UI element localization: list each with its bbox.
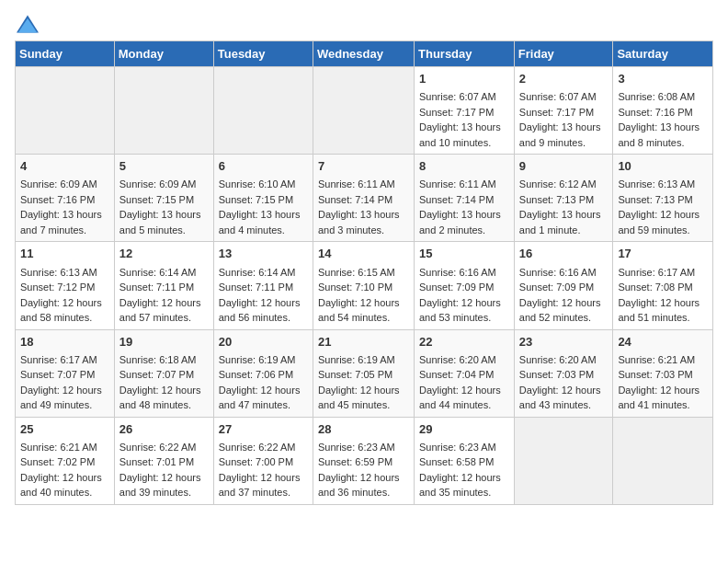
day-number: 28 <box>318 421 409 438</box>
calendar-cell: 20Sunrise: 6:19 AM Sunset: 7:06 PM Dayli… <box>213 329 313 417</box>
calendar-cell: 19Sunrise: 6:18 AM Sunset: 7:07 PM Dayli… <box>114 329 213 417</box>
calendar-cell: 6Sunrise: 6:10 AM Sunset: 7:15 PM Daylig… <box>213 155 313 242</box>
day-number: 11 <box>20 246 109 262</box>
calendar-week-row: 11Sunrise: 6:13 AM Sunset: 7:12 PM Dayli… <box>16 242 713 329</box>
day-number: 10 <box>618 158 708 175</box>
calendar-cell: 2Sunrise: 6:07 AM Sunset: 7:17 PM Daylig… <box>514 67 613 155</box>
day-number: 27 <box>219 421 308 438</box>
calendar-cell: 25Sunrise: 6:21 AM Sunset: 7:02 PM Dayli… <box>16 417 115 504</box>
day-number: 13 <box>219 246 308 262</box>
day-number: 1 <box>419 71 509 87</box>
day-number: 15 <box>419 246 509 262</box>
calendar-cell: 24Sunrise: 6:21 AM Sunset: 7:03 PM Dayli… <box>613 329 713 417</box>
calendar-cell: 18Sunrise: 6:17 AM Sunset: 7:07 PM Dayli… <box>16 329 115 417</box>
weekday-header-row: SundayMondayTuesdayWednesdayThursdayFrid… <box>16 41 713 67</box>
calendar-cell: 17Sunrise: 6:17 AM Sunset: 7:08 PM Dayli… <box>613 242 713 329</box>
day-number: 4 <box>20 158 109 175</box>
day-number: 3 <box>618 71 708 87</box>
day-number: 16 <box>519 246 609 262</box>
day-info: Sunrise: 6:09 AM Sunset: 7:15 PM Dayligh… <box>119 177 209 237</box>
day-number: 29 <box>419 421 509 438</box>
calendar-cell: 11Sunrise: 6:13 AM Sunset: 7:12 PM Dayli… <box>16 242 115 329</box>
day-info: Sunrise: 6:07 AM Sunset: 7:17 PM Dayligh… <box>519 89 609 150</box>
calendar-cell <box>313 67 414 155</box>
day-info: Sunrise: 6:13 AM Sunset: 7:13 PM Dayligh… <box>618 177 708 237</box>
day-info: Sunrise: 6:20 AM Sunset: 7:04 PM Dayligh… <box>419 352 509 413</box>
logo-icon <box>17 15 39 33</box>
day-info: Sunrise: 6:17 AM Sunset: 7:08 PM Dayligh… <box>618 265 708 326</box>
day-number: 24 <box>618 334 708 350</box>
day-number: 12 <box>119 246 209 262</box>
calendar-cell: 28Sunrise: 6:23 AM Sunset: 6:59 PM Dayli… <box>313 417 414 504</box>
calendar-cell: 10Sunrise: 6:13 AM Sunset: 7:13 PM Dayli… <box>613 155 713 242</box>
day-number: 7 <box>318 158 409 175</box>
calendar-cell <box>16 67 115 155</box>
calendar-cell: 23Sunrise: 6:20 AM Sunset: 7:03 PM Dayli… <box>514 329 613 417</box>
day-number: 22 <box>419 334 509 350</box>
calendar-cell <box>213 67 313 155</box>
day-info: Sunrise: 6:17 AM Sunset: 7:07 PM Dayligh… <box>20 352 109 413</box>
header <box>15 15 713 33</box>
svg-marker-1 <box>18 18 38 32</box>
day-info: Sunrise: 6:11 AM Sunset: 7:14 PM Dayligh… <box>419 177 509 237</box>
day-number: 14 <box>318 246 409 262</box>
day-info: Sunrise: 6:07 AM Sunset: 7:17 PM Dayligh… <box>419 89 509 150</box>
day-info: Sunrise: 6:08 AM Sunset: 7:16 PM Dayligh… <box>618 89 708 150</box>
day-info: Sunrise: 6:13 AM Sunset: 7:12 PM Dayligh… <box>20 265 109 326</box>
day-number: 20 <box>219 334 308 350</box>
day-info: Sunrise: 6:22 AM Sunset: 7:00 PM Dayligh… <box>219 440 308 500</box>
calendar-cell: 12Sunrise: 6:14 AM Sunset: 7:11 PM Dayli… <box>114 242 213 329</box>
day-number: 19 <box>119 334 209 350</box>
logo <box>15 15 39 33</box>
day-number: 2 <box>519 71 609 87</box>
calendar-cell: 13Sunrise: 6:14 AM Sunset: 7:11 PM Dayli… <box>213 242 313 329</box>
day-info: Sunrise: 6:09 AM Sunset: 7:16 PM Dayligh… <box>20 177 109 237</box>
day-number: 17 <box>618 246 708 262</box>
day-info: Sunrise: 6:18 AM Sunset: 7:07 PM Dayligh… <box>119 352 209 413</box>
day-number: 18 <box>20 334 109 350</box>
day-info: Sunrise: 6:23 AM Sunset: 6:59 PM Dayligh… <box>318 440 409 500</box>
day-number: 8 <box>419 158 509 175</box>
weekday-header-saturday: Saturday <box>613 41 713 67</box>
calendar-cell: 8Sunrise: 6:11 AM Sunset: 7:14 PM Daylig… <box>415 155 515 242</box>
calendar-cell: 15Sunrise: 6:16 AM Sunset: 7:09 PM Dayli… <box>415 242 515 329</box>
calendar-cell: 27Sunrise: 6:22 AM Sunset: 7:00 PM Dayli… <box>213 417 313 504</box>
day-info: Sunrise: 6:19 AM Sunset: 7:06 PM Dayligh… <box>219 352 308 413</box>
day-info: Sunrise: 6:23 AM Sunset: 6:58 PM Dayligh… <box>419 440 509 500</box>
calendar-cell: 1Sunrise: 6:07 AM Sunset: 7:17 PM Daylig… <box>415 67 515 155</box>
calendar-week-row: 18Sunrise: 6:17 AM Sunset: 7:07 PM Dayli… <box>16 329 713 417</box>
day-number: 9 <box>519 158 609 175</box>
day-info: Sunrise: 6:16 AM Sunset: 7:09 PM Dayligh… <box>419 265 509 326</box>
calendar-cell: 9Sunrise: 6:12 AM Sunset: 7:13 PM Daylig… <box>514 155 613 242</box>
day-number: 5 <box>119 158 209 175</box>
calendar-cell: 16Sunrise: 6:16 AM Sunset: 7:09 PM Dayli… <box>514 242 613 329</box>
day-info: Sunrise: 6:11 AM Sunset: 7:14 PM Dayligh… <box>318 177 409 237</box>
calendar-week-row: 4Sunrise: 6:09 AM Sunset: 7:16 PM Daylig… <box>16 155 713 242</box>
day-info: Sunrise: 6:22 AM Sunset: 7:01 PM Dayligh… <box>119 440 209 500</box>
calendar-cell: 21Sunrise: 6:19 AM Sunset: 7:05 PM Dayli… <box>313 329 414 417</box>
calendar-cell: 7Sunrise: 6:11 AM Sunset: 7:14 PM Daylig… <box>313 155 414 242</box>
day-info: Sunrise: 6:15 AM Sunset: 7:10 PM Dayligh… <box>318 265 409 326</box>
day-number: 6 <box>219 158 308 175</box>
calendar-cell: 5Sunrise: 6:09 AM Sunset: 7:15 PM Daylig… <box>114 155 213 242</box>
calendar-cell: 26Sunrise: 6:22 AM Sunset: 7:01 PM Dayli… <box>114 417 213 504</box>
day-info: Sunrise: 6:10 AM Sunset: 7:15 PM Dayligh… <box>219 177 308 237</box>
weekday-header-wednesday: Wednesday <box>313 41 414 67</box>
calendar-cell: 14Sunrise: 6:15 AM Sunset: 7:10 PM Dayli… <box>313 242 414 329</box>
day-number: 23 <box>519 334 609 350</box>
day-info: Sunrise: 6:21 AM Sunset: 7:02 PM Dayligh… <box>20 440 109 500</box>
weekday-header-tuesday: Tuesday <box>213 41 313 67</box>
weekday-header-thursday: Thursday <box>415 41 515 67</box>
weekday-header-monday: Monday <box>114 41 213 67</box>
day-info: Sunrise: 6:21 AM Sunset: 7:03 PM Dayligh… <box>618 352 708 413</box>
weekday-header-friday: Friday <box>514 41 613 67</box>
calendar-cell <box>114 67 213 155</box>
day-info: Sunrise: 6:14 AM Sunset: 7:11 PM Dayligh… <box>119 265 209 326</box>
calendar-cell <box>514 417 613 504</box>
calendar-table: SundayMondayTuesdayWednesdayThursdayFrid… <box>15 40 713 505</box>
calendar-cell: 3Sunrise: 6:08 AM Sunset: 7:16 PM Daylig… <box>613 67 713 155</box>
calendar-week-row: 1Sunrise: 6:07 AM Sunset: 7:17 PM Daylig… <box>16 67 713 155</box>
day-number: 21 <box>318 334 409 350</box>
day-info: Sunrise: 6:20 AM Sunset: 7:03 PM Dayligh… <box>519 352 609 413</box>
calendar-cell: 4Sunrise: 6:09 AM Sunset: 7:16 PM Daylig… <box>16 155 115 242</box>
